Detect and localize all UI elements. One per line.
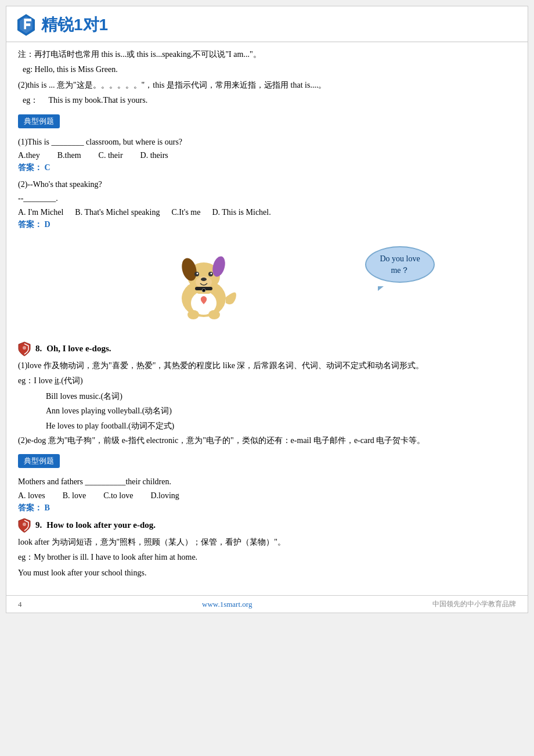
q1-answer: 答案： C bbox=[18, 163, 516, 173]
q3-text: Mothers and fathers __________their chil… bbox=[18, 475, 516, 489]
svg-point-12 bbox=[201, 278, 207, 281]
q3-option-d: D.loving bbox=[150, 491, 179, 501]
eg1: eg: Hello, this is Miss Green. bbox=[23, 63, 516, 76]
q2-text1: (2)--Who's that speaking? bbox=[18, 178, 516, 192]
q2-options: A. I'm Michel B. That's Michel speaking … bbox=[18, 208, 516, 217]
eg2: eg： This is my book.That is yours. bbox=[23, 94, 516, 107]
svg-rect-4 bbox=[26, 23, 30, 26]
page: 精锐1对1 注：再打电话时也常用 this is...或 this is...s… bbox=[6, 6, 528, 613]
page-number: 4 bbox=[18, 600, 22, 609]
svg-point-22 bbox=[23, 523, 26, 526]
s8-desc2: (2)e-dog 意为"电子狗"，前级 e-指代 electronic，意为"电… bbox=[18, 434, 516, 448]
q3-option-c: C.to love bbox=[103, 491, 133, 501]
q2-option-b: B. That's Michel speaking bbox=[75, 208, 160, 217]
q1-text: (1)This is ________ classroom, but where… bbox=[18, 135, 516, 149]
svg-point-16 bbox=[211, 272, 212, 274]
footer-website: www.1smart.org bbox=[202, 600, 252, 609]
q1-option-a: A.they bbox=[18, 151, 40, 160]
section9-number: 9. bbox=[35, 520, 42, 530]
s8-eg1-underline: it bbox=[55, 376, 59, 385]
svg-point-14 bbox=[197, 272, 199, 274]
question2: (2)--Who's that speaking? --________. A.… bbox=[18, 178, 516, 230]
badge2: 典型例题 bbox=[18, 454, 60, 468]
badge2-container: 典型例题 bbox=[18, 449, 516, 471]
svg-point-21 bbox=[23, 346, 26, 350]
svg-point-17 bbox=[187, 310, 199, 319]
q3-answer: 答案： B bbox=[18, 503, 516, 513]
q1-option-b: B.them bbox=[57, 151, 81, 160]
footer: 4 www.1smart.org 中国领先的中小学教育品牌 bbox=[6, 595, 528, 613]
q3-option-a: A. loves bbox=[18, 491, 45, 501]
s8-eg3: Ann loves playing volleyball.(动名词) bbox=[46, 404, 516, 419]
svg-rect-3 bbox=[26, 19, 31, 21]
section8-title-text: Oh, I love e-dogs. bbox=[46, 344, 111, 354]
q2-option-c: C.It's me bbox=[171, 208, 200, 217]
q2-option-a: A. I'm Michel bbox=[18, 208, 63, 217]
q2-answer: 答案： D bbox=[18, 219, 516, 230]
section8-title: 8. Oh, I love e-dogs. bbox=[18, 341, 516, 357]
s8-eg2: Bill loves music.(名词) bbox=[46, 390, 516, 404]
badge1-container: 典型例题 bbox=[18, 110, 516, 132]
eg2-text: This is my book.That is yours. bbox=[48, 96, 147, 105]
svg-rect-2 bbox=[24, 19, 26, 29]
header: 精锐1对1 bbox=[6, 6, 528, 42]
question3: Mothers and fathers __________their chil… bbox=[18, 475, 516, 513]
s8-eg1: eg：I love it.(代词) bbox=[18, 374, 516, 388]
svg-point-20 bbox=[202, 289, 205, 292]
logo-text: 精锐1对1 bbox=[41, 14, 108, 36]
q1-option-c: C. their bbox=[99, 151, 123, 160]
question1: (1)This is ________ classroom, but where… bbox=[18, 135, 516, 174]
q3-options: A. loves B. love C.to love D.loving bbox=[18, 491, 516, 501]
q2-text2: --________. bbox=[18, 192, 516, 206]
s9-eg2: You must look after your school things. bbox=[18, 566, 516, 581]
shield-icon-8 bbox=[18, 341, 31, 357]
q2-option-d: D. This is Michel. bbox=[212, 208, 270, 217]
svg-point-18 bbox=[208, 310, 220, 319]
note1: 注：再打电话时也常用 this is...或 this is...speakin… bbox=[18, 48, 516, 61]
s8-desc1: (1)love 作及物动词，意为"喜爱，热爱"，其热爱的程度比 like 深，后… bbox=[18, 359, 516, 373]
s9-eg1: eg：My brother is ill. I have to look aft… bbox=[18, 550, 516, 565]
q1-options: A.they B.them C. their D. theirs bbox=[18, 151, 516, 160]
footer-brand: 中国领先的中小学教育品牌 bbox=[432, 599, 516, 609]
eg2-prefix: eg： bbox=[23, 96, 38, 105]
dog-illustration: Do you love me？ bbox=[18, 235, 516, 339]
note2: (2)this is ... 意为"这是。。。。。。"，this 是指示代词，常… bbox=[18, 79, 516, 92]
q3-option-b: B. love bbox=[63, 491, 86, 501]
dog-svg bbox=[157, 235, 250, 327]
section8-number: 8. bbox=[35, 344, 42, 354]
speech-bubble: Do you love me？ bbox=[365, 246, 435, 283]
section9-title-text: How to look after your e-dog. bbox=[46, 520, 156, 530]
s8-eg4: He loves to play football.(动词不定式) bbox=[46, 419, 516, 434]
logo-icon bbox=[16, 13, 37, 37]
s9-desc1: look after 为动词短语，意为"照料，照顾（某人）；保管，看护（某物）"… bbox=[18, 535, 516, 550]
badge1: 典型例题 bbox=[18, 114, 60, 128]
section9-title: 9. How to look after your e-dog. bbox=[18, 518, 516, 533]
shield-icon-9 bbox=[18, 518, 31, 533]
content: 注：再打电话时也常用 this is...或 this is...speakin… bbox=[6, 42, 528, 591]
q1-option-d: D. theirs bbox=[140, 151, 168, 160]
